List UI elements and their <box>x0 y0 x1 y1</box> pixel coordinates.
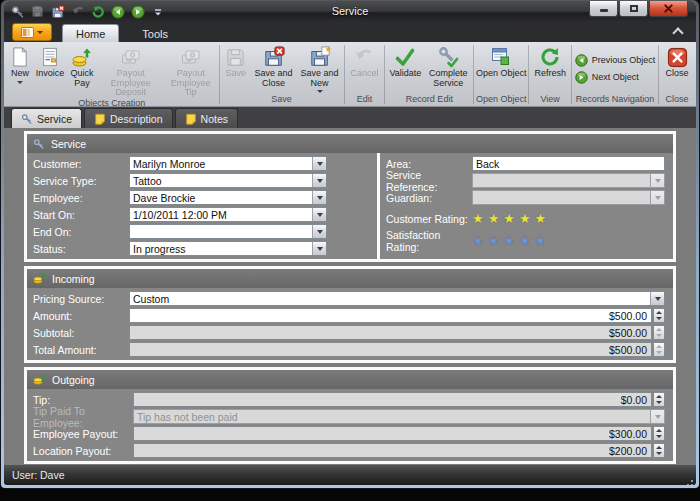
status-user: User: Dave <box>12 469 65 481</box>
service-type-combo[interactable]: Tattoo <box>129 173 327 188</box>
status-value: In progress <box>130 242 312 255</box>
tab-description[interactable]: Description <box>84 108 173 128</box>
employee-payout-spinner[interactable] <box>653 426 665 441</box>
minimize-button[interactable] <box>589 1 618 17</box>
service-type-dropdown-icon[interactable] <box>312 174 326 187</box>
subtotal-field: $500.00 <box>129 325 652 340</box>
payout-tip-money-icon <box>180 45 202 69</box>
open-object-window-icon <box>490 45 512 69</box>
resize-grip-icon[interactable] <box>691 480 693 482</box>
service-group-title: Service <box>51 138 86 150</box>
employee-combo[interactable]: Dave Brockie <box>129 190 327 205</box>
title-bar[interactable]: Service <box>4 1 696 23</box>
service-tab-key-icon <box>21 113 33 125</box>
payout-employee-tip-button: Payout Employee Tip <box>164 43 218 98</box>
open-object-label: Open Object <box>476 69 527 79</box>
ribbon: New Invoice Quick Pay Payout Employee De… <box>4 42 696 107</box>
start-on-dropdown-icon[interactable] <box>312 208 326 221</box>
status-combo[interactable]: In progress <box>129 241 327 256</box>
cancel-button-label: Cancel <box>350 69 378 79</box>
ribbon-group-open-object: Open Object Open Object <box>475 43 527 106</box>
location-payout-field[interactable]: $200.00 <box>133 443 652 458</box>
tip-spinner[interactable] <box>653 392 665 407</box>
tip-paid-dropdown-icon <box>650 410 664 423</box>
application-menu-button[interactable] <box>12 23 52 41</box>
pricing-source-combo[interactable]: Custom <box>129 291 665 306</box>
previous-object-button[interactable]: Previous Object <box>575 54 656 67</box>
area-input[interactable]: Back <box>472 156 665 171</box>
save-and-new-button[interactable]: Save and New <box>297 43 343 94</box>
ribbon-group-view: Refresh View <box>530 43 570 106</box>
end-on-datepicker[interactable] <box>129 224 327 239</box>
ribbon-tab-tools[interactable]: Tools <box>129 25 181 42</box>
status-bar: User: Dave <box>4 465 696 485</box>
spin-down-icon[interactable] <box>654 451 664 458</box>
ribbon-separator <box>219 45 220 104</box>
quick-pay-button[interactable]: Quick Pay <box>66 43 98 98</box>
ribbon-tab-strip: Home Tools <box>4 23 696 42</box>
customer-label: Customer: <box>33 158 129 170</box>
group-label-view: View <box>530 94 570 106</box>
refresh-button[interactable]: Refresh <box>530 43 570 94</box>
complete-service-button[interactable]: Complete Service <box>424 43 472 94</box>
new-button-label: New <box>11 69 29 79</box>
payout-employee-deposit-label: Payout Employee Deposit <box>98 69 164 98</box>
amount-spinner[interactable] <box>653 308 665 323</box>
subtotal-spinner <box>653 325 665 340</box>
customer-combo[interactable]: Marilyn Monroe <box>129 156 327 171</box>
service-reference-dropdown-icon <box>650 174 664 187</box>
minimize-icon <box>600 9 608 12</box>
close-button[interactable]: Close <box>660 43 694 94</box>
next-object-button[interactable]: Next Object <box>575 71 656 84</box>
group-label-record-edit: Record Edit <box>386 94 472 106</box>
complete-service-label: Complete Service <box>424 69 472 88</box>
start-on-datepicker[interactable]: 1/10/2011 12:00 PM <box>129 207 327 222</box>
next-object-label: Next Object <box>592 72 639 82</box>
spin-down-icon[interactable] <box>654 316 664 323</box>
satisfaction-rating-stars[interactable]: ★★★★★ <box>472 234 550 247</box>
collapse-ribbon-icon[interactable] <box>672 27 683 38</box>
open-object-button[interactable]: Open Object <box>475 43 527 94</box>
employee-dropdown-icon[interactable] <box>312 191 326 204</box>
customer-rating-stars[interactable]: ★★★★★ <box>472 212 550 225</box>
tip-input[interactable]: $0.00 <box>133 392 652 407</box>
pricing-source-row: Pricing Source: Custom <box>33 290 665 307</box>
status-dropdown-icon[interactable] <box>312 242 326 255</box>
group-label-objects-creation: Objects Creation <box>6 98 218 108</box>
tab-service[interactable]: Service <box>11 108 82 128</box>
customer-dropdown-icon[interactable] <box>312 157 326 170</box>
validate-button-label: Validate <box>389 69 421 79</box>
close-window-icon <box>664 4 673 13</box>
new-button[interactable]: New <box>6 43 34 98</box>
cancel-undo-icon <box>353 45 375 69</box>
customer-row: Customer: Marilyn Monroe <box>33 155 369 172</box>
validate-button[interactable]: Validate <box>386 43 424 94</box>
complete-service-tool-icon <box>437 45 459 69</box>
close-window-button[interactable] <box>649 1 688 17</box>
pricing-source-dropdown-icon[interactable] <box>650 292 664 305</box>
employee-row: Employee: Dave Brockie <box>33 189 369 206</box>
employee-payout-field[interactable]: $300.00 <box>133 426 652 441</box>
total-amount-row: Total Amount: $500.00 <box>33 341 665 358</box>
invoice-icon <box>40 45 60 69</box>
guardian-combo <box>472 190 665 205</box>
maximize-button[interactable] <box>619 1 648 17</box>
save-and-close-button[interactable]: Save and Close <box>251 43 297 94</box>
form-page: Service Customer: Marilyn Monroe Service… <box>4 128 696 465</box>
spin-down-icon[interactable] <box>654 434 664 441</box>
location-payout-spinner[interactable] <box>653 443 665 458</box>
application-icon <box>21 27 34 38</box>
satisfaction-rating-row: Satisfaction Rating: ★★★★★ <box>386 232 665 249</box>
invoice-button[interactable]: Invoice <box>34 43 66 98</box>
guardian-label: Guardian: <box>386 192 472 204</box>
spin-down-icon[interactable] <box>654 400 664 407</box>
save-and-new-dropdown-arrow-icon <box>317 90 323 93</box>
maximize-icon <box>630 5 638 12</box>
tab-notes[interactable]: Notes <box>175 108 238 128</box>
ribbon-tab-home[interactable]: Home <box>62 24 119 42</box>
group-label-close: Close <box>660 94 694 106</box>
amount-input[interactable]: $500.00 <box>129 308 652 323</box>
employee-value: Dave Brockie <box>130 191 312 204</box>
refresh-button-label: Refresh <box>534 69 566 79</box>
end-on-dropdown-icon[interactable] <box>312 225 326 238</box>
